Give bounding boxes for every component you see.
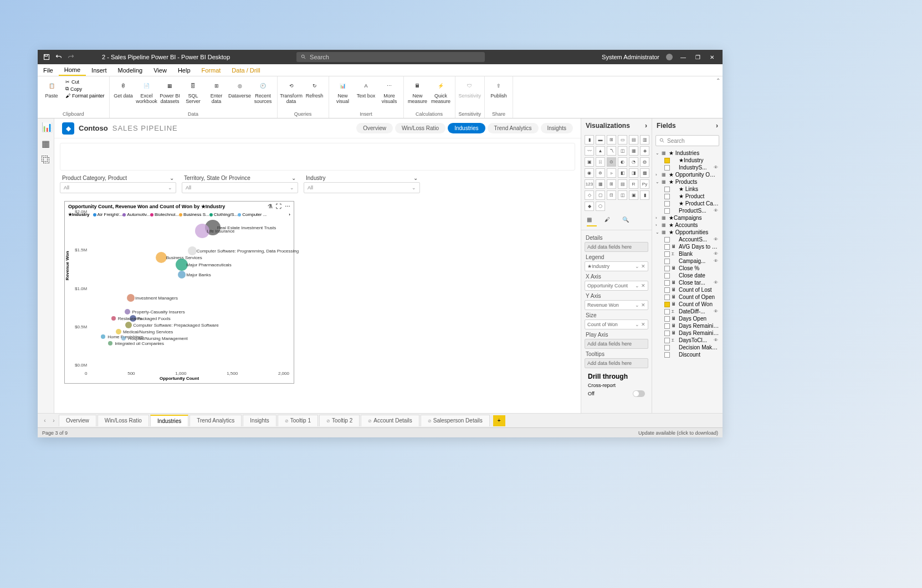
viz-type-icon[interactable]: ◨ — [629, 168, 638, 178]
viz-type-icon[interactable]: ▤ — [629, 135, 638, 145]
viz-type-icon[interactable]: ◧ — [618, 168, 627, 178]
viz-type-icon[interactable]: ⊞ — [607, 179, 616, 189]
cut-button[interactable]: ✂ Cut — [65, 79, 105, 85]
viz-type-icon[interactable]: ▣ — [585, 157, 594, 167]
viz-type-icon[interactable]: Py — [640, 179, 649, 189]
viz-type-icon[interactable]: ◫ — [618, 146, 627, 156]
refresh-button[interactable]: ↻Refresh — [304, 78, 325, 111]
field-table[interactable]: ›▦★ Opportunity Owners — [654, 171, 720, 178]
field-item[interactable]: Campaig...👁 — [654, 257, 720, 265]
viz-type-icon[interactable]: ▩ — [640, 168, 649, 178]
scatter-chart-visual[interactable]: Opportunity Count, Revenue Won and Count… — [64, 201, 294, 384]
x-axis-well[interactable]: Opportunity Count⌄ ✕ — [585, 281, 648, 291]
undo-icon[interactable] — [55, 54, 62, 60]
model-view-icon[interactable]: ⿻ — [42, 155, 50, 164]
enter-data-button[interactable]: ⊞Enter data — [206, 78, 227, 111]
field-item[interactable]: 🖩Days Open — [654, 315, 720, 322]
nav-pill-trend[interactable]: Trend Analytics — [488, 123, 539, 133]
field-item[interactable]: Discount — [654, 351, 720, 358]
details-well[interactable]: Add data fields here — [585, 242, 648, 252]
more-visuals-button[interactable]: ⋯More visuals — [379, 78, 400, 111]
field-item[interactable]: ΣBlank👁 — [654, 250, 720, 257]
new-visual-button[interactable]: 📊New visual — [332, 78, 354, 111]
viz-type-icon[interactable]: ▥ — [640, 135, 649, 145]
sql-server-button[interactable]: 🗄SQL Server — [183, 78, 204, 111]
get-data-button[interactable]: 🛢Get data — [113, 78, 134, 111]
chart-bubble[interactable] — [127, 294, 135, 302]
chevron-down-icon[interactable]: ⌄ — [168, 185, 172, 190]
page-tab[interactable]: ⊘Tooltip 2 — [319, 415, 360, 426]
field-item[interactable]: 🖩Close % — [654, 265, 720, 272]
menu-data-drill[interactable]: Data / Drill — [226, 64, 265, 76]
viz-type-icon[interactable]: ◇ — [585, 190, 594, 200]
filter-icon[interactable]: ⚗ — [268, 203, 273, 209]
y-axis-well[interactable]: Revenue Won⌄ ✕ — [585, 300, 648, 310]
viz-type-icon[interactable]: ⬡ — [596, 202, 605, 211]
viz-type-icon[interactable]: ◔ — [629, 157, 638, 167]
tab-prev-icon[interactable]: ‹ — [41, 417, 49, 424]
pbi-datasets-button[interactable]: ▦Power BI datasets — [160, 78, 181, 111]
toggle-switch[interactable] — [633, 390, 645, 397]
slicer-product[interactable]: Product Category, Product⌄ All⌄ — [60, 174, 176, 193]
chart-bubble[interactable] — [178, 271, 186, 278]
collapse-ribbon-icon[interactable]: ⌃ — [716, 78, 720, 84]
collapse-pane-icon[interactable]: › — [716, 122, 718, 130]
viz-type-icon[interactable]: ⊡ — [607, 190, 616, 200]
excel-button[interactable]: 📄Excel workbook — [136, 78, 157, 111]
viz-type-icon[interactable]: ◉ — [585, 168, 594, 178]
field-item[interactable]: Decision Maker... — [654, 344, 720, 351]
minimize-icon[interactable]: — — [679, 53, 687, 61]
viz-type-icon[interactable]: 123 — [585, 179, 594, 189]
viz-type-icon[interactable]: ▦ — [629, 146, 638, 156]
quick-measure-button[interactable]: ⚡Quick measure — [431, 78, 452, 111]
field-table[interactable]: ⌄▦★ Opportunities — [654, 229, 720, 236]
nav-pill-industries[interactable]: Industries — [448, 123, 485, 133]
chevron-down-icon[interactable]: ⌄ — [412, 185, 416, 190]
viz-type-icon[interactable]: ◈ — [640, 146, 649, 156]
field-item[interactable]: ΣDateDiff-...👁 — [654, 308, 720, 315]
field-table[interactable]: ›▦★ Accounts — [654, 221, 720, 229]
more-options-icon[interactable]: ⋯ — [285, 203, 290, 209]
chart-bubble[interactable] — [125, 309, 130, 314]
menu-format[interactable]: Format — [196, 64, 227, 76]
menu-file[interactable]: File — [38, 64, 59, 76]
field-table[interactable]: ⌄▦★ Products — [654, 178, 720, 185]
field-item[interactable]: 🖩Count of Won — [654, 301, 720, 308]
page-tab[interactable]: Overview — [59, 415, 96, 426]
chart-bubble[interactable] — [111, 316, 116, 321]
viz-type-icon[interactable]: ▣ — [629, 190, 638, 200]
field-item[interactable]: ★ Product — [654, 193, 720, 200]
nav-pill-overview[interactable]: Overview — [356, 123, 393, 133]
copy-button[interactable]: ⧉ Copy — [65, 86, 105, 92]
publish-button[interactable]: ⇧Publish — [488, 78, 509, 111]
save-icon[interactable] — [43, 54, 50, 60]
titlebar-search[interactable]: Search — [296, 52, 485, 62]
focus-mode-icon[interactable]: ⛶ — [276, 203, 281, 209]
user-name[interactable]: System Administrator — [602, 54, 659, 60]
field-item[interactable]: ★ Product Cate... — [654, 200, 720, 207]
chevron-down-icon[interactable]: ⌄ — [170, 175, 174, 181]
viz-type-icon[interactable]: ▬ — [596, 135, 605, 145]
menu-help[interactable]: Help — [172, 64, 196, 76]
tab-next-icon[interactable]: › — [50, 417, 58, 424]
viz-type-icon[interactable]: ▮ — [585, 135, 594, 145]
slicer-territory[interactable]: Territory, State Or Province⌄ All⌄ — [182, 174, 298, 193]
legend-well[interactable]: ★Industry⌄ ✕ — [585, 261, 648, 271]
field-item[interactable]: ★ Links — [654, 185, 720, 193]
viz-type-icon[interactable]: ▭ — [618, 135, 627, 145]
field-table[interactable]: ›▦★Campaigns — [654, 214, 720, 221]
viz-type-icon[interactable]: ▦ — [596, 179, 605, 189]
tooltips-well[interactable]: Add data fields here — [585, 358, 648, 368]
visualization-picker[interactable]: ▮▬⊞▭▤▥〰▲〽◫▦◈▣⌻⊙◐◔◍◉⊚▹◧◨▩123▦⊞▤RPy◇▢⊡◫▣▮◆… — [581, 133, 652, 213]
viz-type-icon[interactable]: ▲ — [596, 146, 605, 156]
format-tab-icon[interactable]: 🖌 — [605, 216, 614, 226]
report-view-icon[interactable]: 📊 — [42, 122, 50, 131]
chevron-down-icon[interactable]: ⌄ — [413, 175, 418, 181]
fields-search[interactable]: Search — [655, 135, 719, 146]
chart-bubble[interactable] — [101, 334, 105, 339]
menu-insert[interactable]: Insert — [86, 64, 112, 76]
viz-type-icon[interactable]: R — [629, 179, 638, 189]
menu-view[interactable]: View — [148, 64, 172, 76]
add-page-button[interactable]: + — [493, 415, 505, 426]
cross-report-toggle[interactable]: Cross-report — [585, 381, 648, 389]
